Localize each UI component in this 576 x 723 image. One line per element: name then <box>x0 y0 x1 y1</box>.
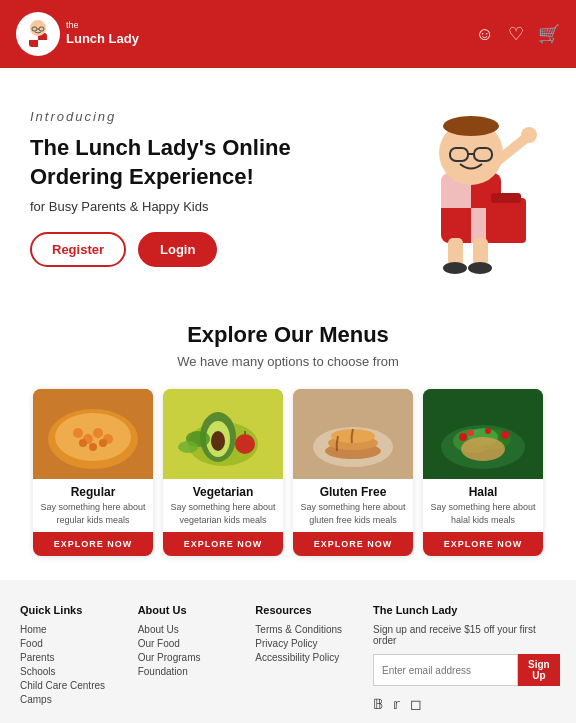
footer-about-us-title: About Us <box>138 604 240 616</box>
login-button[interactable]: Login <box>138 232 217 267</box>
svg-point-29 <box>93 428 103 438</box>
footer: Quick Links Home Food Parents Schools Ch… <box>0 580 576 723</box>
brand-name: Lunch Lady <box>66 31 139 48</box>
svg-rect-21 <box>473 238 488 266</box>
footer-link-schools[interactable]: Schools <box>20 666 122 677</box>
footer-link-childcare[interactable]: Child Care Centres <box>20 680 122 691</box>
svg-point-38 <box>211 431 225 451</box>
svg-point-33 <box>99 439 107 447</box>
hero-mascot <box>386 98 546 278</box>
twitter-icon[interactable]: 𝕣 <box>393 696 400 712</box>
svg-point-9 <box>521 127 537 143</box>
svg-point-55 <box>485 428 491 434</box>
svg-point-42 <box>178 441 198 453</box>
hero-section: Introducing The Lunch Lady's Online Orde… <box>0 68 576 298</box>
footer-resources-title: Resources <box>255 604 357 616</box>
svg-rect-19 <box>491 193 521 203</box>
svg-rect-20 <box>448 238 463 266</box>
menu-image-regular <box>33 389 153 479</box>
mascot-svg <box>386 98 546 278</box>
footer-about-us: About Us About Us Our Food Our Programs … <box>138 604 240 712</box>
svg-point-22 <box>443 262 467 274</box>
instagram-icon[interactable]: ◻ <box>410 696 422 712</box>
facebook-icon[interactable]: 𝔹 <box>373 696 383 712</box>
menu-image-vegetarian <box>163 389 283 479</box>
logo-area: the Lunch Lady <box>16 12 139 56</box>
footer-link-our-programs[interactable]: Our Programs <box>138 652 240 663</box>
footer-link-foundation[interactable]: Foundation <box>138 666 240 677</box>
explore-regular-button[interactable]: EXPLORE NOW <box>33 532 153 556</box>
explore-halal-button[interactable]: EXPLORE NOW <box>423 532 543 556</box>
footer-resources: Resources Terms & Conditions Privacy Pol… <box>255 604 357 712</box>
svg-point-53 <box>459 433 467 441</box>
menu-label-vegetarian: Vegetarian <box>163 479 283 501</box>
menus-subtitle: We have many options to choose from <box>20 354 556 369</box>
footer-quick-links-title: Quick Links <box>20 604 122 616</box>
menu-label-regular: Regular <box>33 479 153 501</box>
svg-point-23 <box>468 262 492 274</box>
footer-top: Quick Links Home Food Parents Schools Ch… <box>20 604 556 712</box>
newsletter-email-input[interactable] <box>373 654 518 686</box>
brand-the: the <box>66 20 139 32</box>
brand-logo-icon <box>19 15 57 53</box>
cart-icon[interactable]: 🛒 <box>538 23 560 45</box>
menu-card-vegetarian: Vegetarian Say something here about vege… <box>163 389 283 556</box>
social-icons: 𝔹 𝕣 ◻ <box>373 696 556 712</box>
svg-rect-3 <box>38 40 47 47</box>
hero-title: The Lunch Lady's Online Ordering Experie… <box>30 134 310 191</box>
menu-label-halal: Halal <box>423 479 543 501</box>
svg-point-31 <box>79 439 87 447</box>
svg-point-39 <box>235 434 255 454</box>
footer-quick-links: Quick Links Home Food Parents Schools Ch… <box>20 604 122 712</box>
heart-icon[interactable]: ♡ <box>508 23 524 45</box>
header: the Lunch Lady ☺ ♡ 🛒 <box>0 0 576 68</box>
svg-point-54 <box>501 431 509 439</box>
svg-point-14 <box>443 116 499 136</box>
footer-link-parents[interactable]: Parents <box>20 652 122 663</box>
svg-point-27 <box>73 428 83 438</box>
hero-text: Introducing The Lunch Lady's Online Orde… <box>30 109 310 267</box>
footer-link-our-food[interactable]: Our Food <box>138 638 240 649</box>
menu-card-regular: Regular Say something here about regular… <box>33 389 153 556</box>
svg-point-32 <box>89 443 97 451</box>
footer-link-camps[interactable]: Camps <box>20 694 122 705</box>
explore-vegetarian-button[interactable]: EXPLORE NOW <box>163 532 283 556</box>
menu-desc-halal: Say something here about halal kids meal… <box>423 501 543 532</box>
hero-buttons: Register Login <box>30 232 310 267</box>
menu-label-gluten-free: Gluten Free <box>293 479 413 501</box>
svg-point-57 <box>461 437 505 461</box>
hero-subtitle: for Busy Parents & Happy Kids <box>30 199 310 214</box>
logo-image <box>16 12 60 56</box>
explore-gluten-free-button[interactable]: EXPLORE NOW <box>293 532 413 556</box>
menus-section: Explore Our Menus We have many options t… <box>0 298 576 580</box>
menus-title: Explore Our Menus <box>20 322 556 348</box>
menu-desc-gluten-free: Say something here about gluten free kid… <box>293 501 413 532</box>
footer-newsletter: The Lunch Lady Sign up and receive $15 o… <box>373 604 556 712</box>
menu-image-gluten-free <box>293 389 413 479</box>
hero-intro: Introducing <box>30 109 310 124</box>
person-icon[interactable]: ☺ <box>476 24 494 45</box>
footer-link-food[interactable]: Food <box>20 638 122 649</box>
footer-link-terms[interactable]: Terms & Conditions <box>255 624 357 635</box>
menu-desc-vegetarian: Say something here about vegetarian kids… <box>163 501 283 532</box>
newsletter-signup-button[interactable]: Sign Up <box>518 654 560 686</box>
footer-link-privacy[interactable]: Privacy Policy <box>255 638 357 649</box>
menu-cards: Regular Say something here about regular… <box>20 389 556 556</box>
menu-card-halal: Halal Say something here about halal kid… <box>423 389 543 556</box>
svg-point-56 <box>468 430 474 436</box>
menu-image-halal <box>423 389 543 479</box>
menu-desc-regular: Say something here about regular kids me… <box>33 501 153 532</box>
header-icons: ☺ ♡ 🛒 <box>476 23 560 45</box>
register-button[interactable]: Register <box>30 232 126 267</box>
svg-rect-18 <box>486 198 526 243</box>
svg-point-26 <box>55 413 131 461</box>
menu-card-gluten-free: Gluten Free Say something here about glu… <box>293 389 413 556</box>
footer-link-about[interactable]: About Us <box>138 624 240 635</box>
newsletter-form: Sign Up <box>373 654 556 686</box>
footer-newsletter-title: The Lunch Lady <box>373 604 556 616</box>
newsletter-desc: Sign up and receive $15 off your first o… <box>373 624 556 646</box>
footer-link-home[interactable]: Home <box>20 624 122 635</box>
footer-link-accessibility[interactable]: Accessibility Policy <box>255 652 357 663</box>
brand-text: the Lunch Lady <box>66 20 139 49</box>
